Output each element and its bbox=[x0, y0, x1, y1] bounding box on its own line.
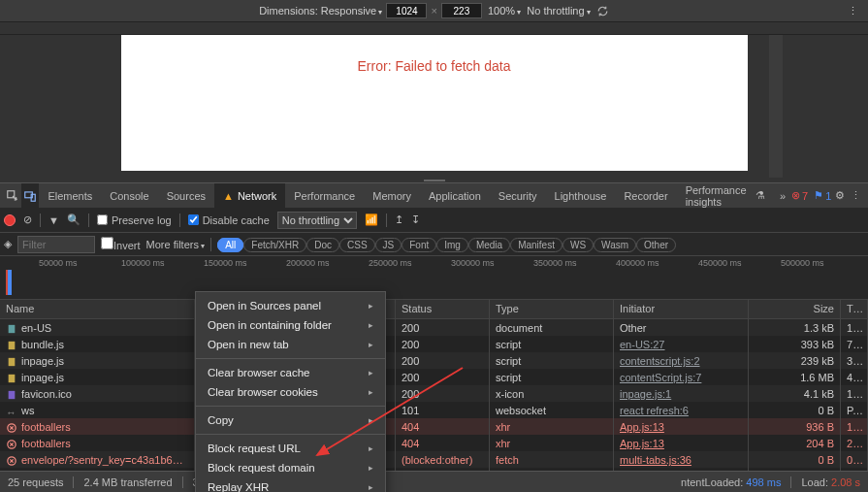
funnel-icon[interactable]: ◈ bbox=[4, 238, 12, 250]
inspect-icon[interactable] bbox=[4, 183, 21, 208]
table-row[interactable]: envelope/?sentry_key=c43a1b6af24946be99c… bbox=[0, 451, 868, 468]
initiator-link[interactable]: contentScript.js:7 bbox=[620, 372, 701, 383]
col-type: Type bbox=[490, 300, 614, 318]
tab-network[interactable]: ▲Network bbox=[214, 183, 285, 208]
more-tabs-icon[interactable]: » bbox=[774, 183, 791, 208]
initiator-link[interactable]: multi-tabs.js:36 bbox=[620, 454, 691, 466]
ruler-vertical-right bbox=[769, 35, 783, 178]
table-header[interactable]: Name Status Type Initiator Size Ti... bbox=[0, 300, 868, 319]
file-type-icon bbox=[6, 390, 17, 400]
network-conditions-icon[interactable]: 📶 bbox=[365, 213, 378, 226]
initiator-link[interactable]: react refresh:6 bbox=[620, 405, 689, 416]
tab-sources[interactable]: Sources bbox=[158, 183, 214, 208]
device-mode-icon[interactable] bbox=[21, 183, 39, 208]
invert-checkbox[interactable]: Invert bbox=[101, 237, 141, 251]
waterfall-overview[interactable]: 50000 ms100000 ms150000 ms200000 ms25000… bbox=[0, 256, 868, 300]
filter-pill-js[interactable]: JS bbox=[375, 238, 402, 252]
col-size: Size bbox=[749, 300, 841, 318]
device-width-input[interactable] bbox=[386, 3, 427, 18]
initiator-link[interactable]: App.js:13 bbox=[620, 438, 664, 449]
filter-pill-fetchxhr[interactable]: Fetch/XHR bbox=[243, 238, 306, 252]
filter-pill-doc[interactable]: Doc bbox=[306, 238, 339, 252]
context-menu-item-replay-xhr[interactable]: Replay XHR bbox=[196, 477, 385, 492]
context-menu-item-open-in-containing-folder[interactable]: Open in containing folder bbox=[196, 315, 385, 335]
export-har-icon[interactable]: ↧ bbox=[411, 213, 420, 226]
table-row[interactable]: bundle.js200scripten-US:27393 kB75... bbox=[0, 336, 868, 352]
timeline-tick: 150000 ms bbox=[204, 258, 247, 268]
app-preview: Error: Failed to fetch data bbox=[121, 35, 748, 171]
filter-pill-css[interactable]: CSS bbox=[339, 238, 375, 252]
filter-pill-ws[interactable]: WS bbox=[563, 238, 594, 252]
timeline-tick: 400000 ms bbox=[616, 258, 659, 268]
devtools-tab-bar: Elements Console Sources ▲Network Perfor… bbox=[0, 182, 868, 208]
filter-pill-img[interactable]: Img bbox=[436, 238, 468, 252]
devtools-more-icon[interactable]: ⋮ bbox=[848, 189, 864, 202]
table-row[interactable]: en-US200documentOther1.3 kB12... bbox=[0, 319, 868, 336]
disable-cache-checkbox[interactable]: Disable cache bbox=[188, 214, 270, 226]
svg-rect-3 bbox=[9, 325, 16, 333]
zoom-dropdown[interactable]: 100% bbox=[488, 5, 521, 16]
table-row[interactable]: footballers404xhrApp.js:13204 B2... bbox=[0, 435, 868, 451]
tab-performance-insights[interactable]: Performance insights ⚗ bbox=[677, 183, 774, 208]
device-throttling-dropdown[interactable]: No throttling bbox=[527, 5, 591, 16]
search-icon[interactable]: 🔍 bbox=[67, 213, 80, 226]
filter-pill-manifest[interactable]: Manifest bbox=[510, 238, 563, 252]
table-row[interactable]: inpage.js200scriptcontentscript.js:2239 … bbox=[0, 352, 868, 369]
svg-rect-5 bbox=[9, 358, 16, 366]
table-row[interactable]: inpage.js200scriptcontentScript.js:71.6 … bbox=[0, 369, 868, 385]
more-filters-dropdown[interactable]: More filters bbox=[146, 239, 206, 250]
rotate-icon[interactable] bbox=[596, 5, 609, 17]
tab-security[interactable]: Security bbox=[490, 183, 546, 208]
filter-pill-font[interactable]: Font bbox=[402, 238, 436, 252]
context-menu-item-open-in-new-tab[interactable]: Open in new tab bbox=[196, 335, 385, 354]
timeline-tick: 300000 ms bbox=[451, 258, 495, 268]
context-menu-separator bbox=[196, 406, 385, 407]
timeline-tick: 100000 ms bbox=[121, 258, 165, 268]
table-row[interactable]: favicon.ico200x-iconinpage.js:14.1 kB12.… bbox=[0, 385, 868, 402]
filter-pill-other[interactable]: Other bbox=[636, 238, 676, 252]
waterfall-bar bbox=[6, 270, 12, 295]
context-menu-item-copy[interactable]: Copy bbox=[196, 410, 385, 430]
filter-toggle-icon[interactable]: ▼ bbox=[48, 214, 59, 226]
tab-application[interactable]: Application bbox=[420, 183, 490, 208]
device-more-icon[interactable]: ⋮ bbox=[848, 5, 858, 17]
filter-input[interactable] bbox=[17, 236, 95, 253]
table-row[interactable]: ↔ws101websocketreact refresh:60 BP... bbox=[0, 402, 868, 418]
context-menu-item-block-request-url[interactable]: Block request URL bbox=[196, 439, 385, 458]
filter-pill-media[interactable]: Media bbox=[468, 238, 510, 252]
table-row[interactable]: footballers404xhrApp.js:13936 B1... bbox=[0, 418, 868, 435]
filter-pill-all[interactable]: All bbox=[217, 238, 243, 252]
initiator-link[interactable]: inpage.js:1 bbox=[620, 388, 671, 400]
col-status: Status bbox=[396, 300, 490, 318]
context-menu-item-open-in-sources-panel[interactable]: Open in Sources panel bbox=[196, 296, 385, 315]
tab-performance[interactable]: Performance bbox=[285, 183, 364, 208]
errors-badge[interactable]: ⊗7 bbox=[791, 189, 808, 202]
import-har-icon[interactable]: ↥ bbox=[395, 213, 403, 226]
col-name: Name bbox=[0, 300, 195, 318]
initiator-link[interactable]: contentscript.js:2 bbox=[620, 355, 700, 367]
device-height-input[interactable] bbox=[441, 3, 482, 18]
status-load: Load: 2.08 s bbox=[801, 476, 860, 488]
settings-gear-icon[interactable]: ⚙ bbox=[831, 189, 848, 202]
context-menu: Open in Sources panelOpen in containing … bbox=[195, 291, 386, 492]
network-throttling-select[interactable]: No throttling bbox=[277, 212, 357, 229]
device-toolbar: Dimensions: Responsive × 100% No throttl… bbox=[0, 0, 868, 21]
dimensions-dropdown[interactable]: Dimensions: Responsive bbox=[259, 5, 382, 16]
record-button[interactable] bbox=[4, 214, 16, 226]
initiator-link[interactable]: App.js:13 bbox=[620, 421, 664, 433]
timeline-tick: 200000 ms bbox=[286, 258, 330, 268]
file-type-icon bbox=[6, 440, 17, 449]
tab-recorder[interactable]: Recorder bbox=[615, 183, 676, 208]
issues-badge[interactable]: ⚑1 bbox=[814, 189, 831, 202]
clear-icon[interactable]: ⊘ bbox=[23, 213, 32, 226]
filter-pill-wasm[interactable]: Wasm bbox=[594, 238, 636, 252]
context-menu-item-clear-browser-cookies[interactable]: Clear browser cookies bbox=[196, 382, 385, 402]
preserve-log-checkbox[interactable]: Preserve log bbox=[97, 214, 172, 226]
tab-lighthouse[interactable]: Lighthouse bbox=[546, 183, 616, 208]
tab-memory[interactable]: Memory bbox=[364, 183, 420, 208]
initiator-link[interactable]: en-US:27 bbox=[620, 339, 664, 350]
tab-console[interactable]: Console bbox=[101, 183, 157, 208]
tab-elements[interactable]: Elements bbox=[39, 183, 101, 208]
context-menu-item-clear-browser-cache[interactable]: Clear browser cache bbox=[196, 363, 385, 382]
context-menu-item-block-request-domain[interactable]: Block request domain bbox=[196, 458, 385, 477]
